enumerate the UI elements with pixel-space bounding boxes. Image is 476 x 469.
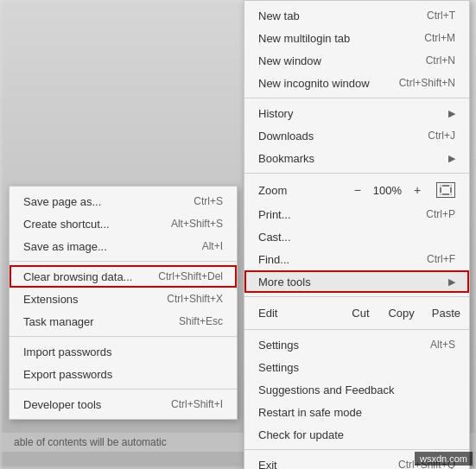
- context-menu-left: Save page as... Ctrl+S Create shortcut..…: [9, 186, 238, 420]
- edit-cut-button[interactable]: Cut: [341, 305, 379, 321]
- menu-item-clear-browsing[interactable]: Clear browsing data... Ctrl+Shift+Del: [10, 265, 237, 288]
- menu-item-bookmarks[interactable]: Bookmarks ▶: [244, 147, 469, 169]
- menu-item-extensions[interactable]: Extensions Ctrl+Shift+X: [10, 288, 237, 310]
- separator: [10, 261, 237, 262]
- svg-rect-0: [441, 186, 451, 194]
- menu-item-task-manager[interactable]: Task manager Shift+Esc: [10, 310, 237, 333]
- menu-item-history[interactable]: History ▶: [244, 102, 469, 124]
- separator: [244, 98, 469, 98]
- context-menu-right: New tab Ctrl+T New multilogin tab Ctrl+M…: [244, 0, 470, 469]
- menu-item-new-window[interactable]: New window Ctrl+N: [244, 49, 469, 72]
- edit-copy-button[interactable]: Copy: [379, 305, 422, 321]
- menu-item-export-passwords[interactable]: Export passwords: [10, 363, 237, 385]
- menu-item-create-shortcut[interactable]: Create shortcut... Alt+Shift+S: [10, 212, 237, 235]
- separator: [244, 449, 469, 450]
- menu-item-suggestions[interactable]: Settings: [244, 356, 469, 378]
- menu-item-new-multilogin[interactable]: New multilogin tab Ctrl+M: [244, 27, 469, 49]
- zoom-fullscreen-button[interactable]: [436, 182, 455, 198]
- menu-item-new-tab[interactable]: New tab Ctrl+T: [244, 4, 469, 27]
- zoom-percent: 100%: [373, 184, 402, 197]
- edit-paste-button[interactable]: Paste: [423, 305, 469, 321]
- menu-item-settings[interactable]: Settings Alt+S: [244, 333, 469, 356]
- separator: [244, 296, 469, 297]
- menu-item-about[interactable]: Check for update: [244, 423, 469, 446]
- edit-row: Edit Cut Copy Paste: [244, 301, 469, 326]
- separator: [244, 173, 469, 174]
- menu-item-downloads[interactable]: Downloads Ctrl+J: [244, 124, 469, 147]
- watermark: wsxdn.com: [415, 452, 473, 466]
- menu-item-cast[interactable]: Cast...: [244, 225, 469, 248]
- separator: [244, 329, 469, 330]
- menu-item-print[interactable]: Print... Ctrl+P: [244, 203, 469, 225]
- menu-item-save-image[interactable]: Save as image... Alt+I: [10, 235, 237, 257]
- menu-item-import-passwords[interactable]: Import passwords: [10, 340, 237, 363]
- menu-item-check-update[interactable]: Restart in safe mode: [244, 401, 469, 423]
- menu-item-more-tools[interactable]: More tools ▶: [244, 270, 469, 293]
- separator: [10, 389, 237, 390]
- menu-item-new-incognito[interactable]: New incognito window Ctrl+Shift+N: [244, 72, 469, 94]
- menu-item-developer-tools[interactable]: Developer tools Ctrl+Shift+I: [10, 393, 237, 415]
- menu-item-find[interactable]: Find... Ctrl+F: [244, 248, 469, 270]
- zoom-row: Zoom − 100% +: [244, 177, 469, 203]
- menu-item-save-page[interactable]: Save page as... Ctrl+S: [10, 190, 237, 212]
- separator: [10, 336, 237, 337]
- zoom-minus-button[interactable]: −: [349, 181, 366, 199]
- menu-item-restart-safe[interactable]: Suggestions and Feedback: [244, 378, 469, 401]
- zoom-controls: − 100% +: [349, 181, 455, 199]
- zoom-plus-button[interactable]: +: [409, 181, 426, 199]
